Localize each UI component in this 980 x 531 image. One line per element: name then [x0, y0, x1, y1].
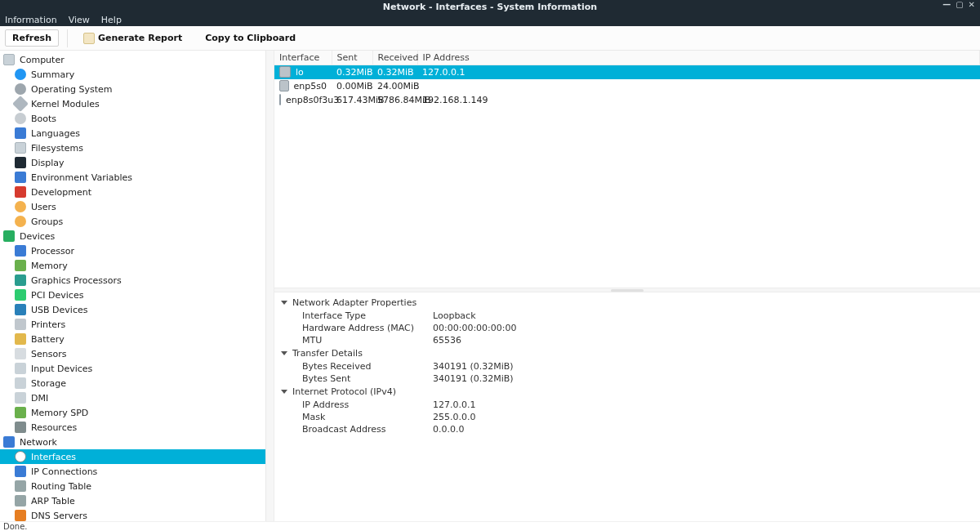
sidebar-item-battery[interactable]: Battery: [0, 332, 265, 346]
sidebar-item-development[interactable]: Development: [0, 185, 265, 199]
group-title: Network Adapter Properties: [292, 297, 416, 308]
display-icon: [15, 157, 26, 168]
toolbar-separator: [67, 29, 68, 47]
sidebar-item-summary[interactable]: Summary: [0, 67, 265, 82]
group-header[interactable]: Internet Protocol (IPv4): [281, 385, 977, 399]
devices-icon: [3, 230, 15, 242]
detail-value: Loopback: [433, 310, 977, 322]
sidebar-item-printers[interactable]: Printers: [0, 317, 265, 332]
detail-key: Hardware Address (MAC): [302, 322, 433, 334]
detail-value: 127.0.0.1: [433, 399, 977, 411]
group-adapter-properties: Network Adapter Properties Interface Typ…: [278, 296, 977, 346]
generate-report-button[interactable]: Generate Report: [76, 29, 189, 47]
gpu-icon: [15, 274, 26, 286]
group-header[interactable]: Transfer Details: [281, 346, 977, 360]
pane-gutter[interactable]: [266, 51, 274, 521]
detail-key: IP Address: [302, 399, 433, 411]
user-icon: [15, 201, 26, 212]
interfaces-table-pane: Interface Sent Received IP Address lo 0.…: [274, 51, 980, 288]
sidebar-group-label: Computer: [20, 55, 65, 65]
menu-view[interactable]: View: [69, 15, 90, 25]
sidebar-group-label: Network: [20, 437, 57, 448]
boot-icon: [15, 113, 26, 124]
sidebar-item-groups[interactable]: Groups: [0, 214, 265, 229]
battery-icon: [15, 333, 26, 345]
sidebar-item-usb[interactable]: USB Devices: [0, 302, 265, 317]
dmi-icon: [15, 392, 26, 404]
horizontal-splitter[interactable]: [274, 288, 980, 292]
menu-help[interactable]: Help: [101, 15, 122, 25]
sidebar-item-boots[interactable]: Boots: [0, 111, 265, 126]
sidebar-item-display[interactable]: Display: [0, 155, 265, 170]
sidebar-group-network[interactable]: Network: [0, 435, 265, 449]
sidebar-group-label: Devices: [20, 231, 55, 242]
sidebar-item-sensors[interactable]: Sensors: [0, 346, 265, 361]
sidebar-item-pci[interactable]: PCI Devices: [0, 288, 265, 302]
env-icon: [15, 172, 26, 183]
sidebar-item-dmi[interactable]: DMI: [0, 390, 265, 405]
maximize-icon[interactable]: ▢: [956, 0, 963, 9]
sidebar-item-processor[interactable]: Processor: [0, 243, 265, 258]
col-received[interactable]: Received: [372, 51, 417, 65]
detail-key: Bytes Received: [302, 360, 433, 373]
dev-icon: [15, 186, 26, 198]
detail-value: 0.0.0.0: [433, 423, 977, 435]
refresh-button[interactable]: Refresh: [5, 29, 59, 47]
sidebar-item-input[interactable]: Input Devices: [0, 361, 265, 376]
group-header[interactable]: Network Adapter Properties: [281, 296, 977, 310]
sidebar-item-gpu[interactable]: Graphics Processors: [0, 273, 265, 288]
sidebar-item-env-vars[interactable]: Environment Variables: [0, 170, 265, 185]
detail-value: 00:00:00:00:00:00: [433, 322, 977, 334]
chevron-down-icon: [281, 390, 287, 394]
status-bar: Done.: [0, 521, 980, 531]
sidebar-item-kernel-modules[interactable]: Kernel Modules: [0, 96, 265, 111]
module-icon: [12, 96, 29, 112]
sidebar-item-routing-table[interactable]: Routing Table: [0, 479, 265, 493]
sidebar-group-computer[interactable]: Computer: [0, 52, 265, 67]
col-interface[interactable]: Interface: [274, 51, 332, 65]
col-ip[interactable]: IP Address: [417, 51, 980, 65]
generate-report-label: Generate Report: [98, 33, 182, 43]
sidebar-item-dns-servers[interactable]: DNS Servers: [0, 508, 265, 521]
sidebar-item-languages[interactable]: Languages: [0, 126, 265, 141]
pci-icon: [15, 289, 26, 301]
sidebar[interactable]: Computer Summary Operating System Kernel…: [0, 51, 266, 521]
chevron-down-icon: [281, 301, 287, 305]
copy-to-clipboard-button[interactable]: Copy to Clipboard: [198, 29, 303, 47]
refresh-label: Refresh: [12, 33, 51, 43]
sidebar-item-users[interactable]: Users: [0, 199, 265, 214]
sidebar-item-filesystems[interactable]: Filesystems: [0, 141, 265, 155]
interfaces-icon: [15, 451, 26, 462]
computer-icon: [3, 54, 15, 65]
sidebar-item-interfaces[interactable]: Interfaces: [0, 449, 265, 464]
memory-icon: [15, 260, 26, 271]
network-icon: [3, 436, 15, 448]
table-row[interactable]: enp8s0f3u3 617.43MiB 5786.84MiB 192.168.…: [274, 93, 980, 107]
group-title: Internet Protocol (IPv4): [292, 386, 396, 397]
group-ipv4: Internet Protocol (IPv4) IP Address 127.…: [278, 385, 977, 435]
col-sent[interactable]: Sent: [332, 51, 372, 65]
menu-information[interactable]: Information: [5, 15, 57, 25]
sidebar-group-devices[interactable]: Devices: [0, 229, 265, 243]
toolbar: Refresh Generate Report Copy to Clipboar…: [0, 26, 980, 51]
input-icon: [15, 363, 26, 374]
detail-key: Interface Type: [302, 310, 433, 322]
sidebar-item-os[interactable]: Operating System: [0, 82, 265, 96]
sidebar-item-memory[interactable]: Memory: [0, 258, 265, 273]
arp-icon: [15, 495, 26, 506]
close-icon[interactable]: ✕: [969, 0, 975, 9]
sidebar-item-ip-connections[interactable]: IP Connections: [0, 464, 265, 479]
sidebar-item-memory-spd[interactable]: Memory SPD: [0, 405, 265, 420]
minimize-icon[interactable]: —: [942, 0, 951, 9]
sidebar-item-storage[interactable]: Storage: [0, 376, 265, 390]
detail-key: MTU: [302, 334, 433, 346]
table-row[interactable]: lo 0.32MiB 0.32MiB 127.0.0.1: [274, 65, 980, 79]
window-titlebar: Network - Interfaces - System Informatio…: [0, 0, 980, 13]
report-icon: [83, 33, 95, 44]
sidebar-item-resources[interactable]: Resources: [0, 420, 265, 435]
table-row[interactable]: enp5s0 0.00MiB 24.00MiB: [274, 79, 980, 93]
usb-icon: [15, 304, 26, 315]
sidebar-item-arp-table[interactable]: ARP Table: [0, 493, 265, 508]
disk-icon: [15, 142, 26, 154]
ipconn-icon: [15, 466, 26, 477]
